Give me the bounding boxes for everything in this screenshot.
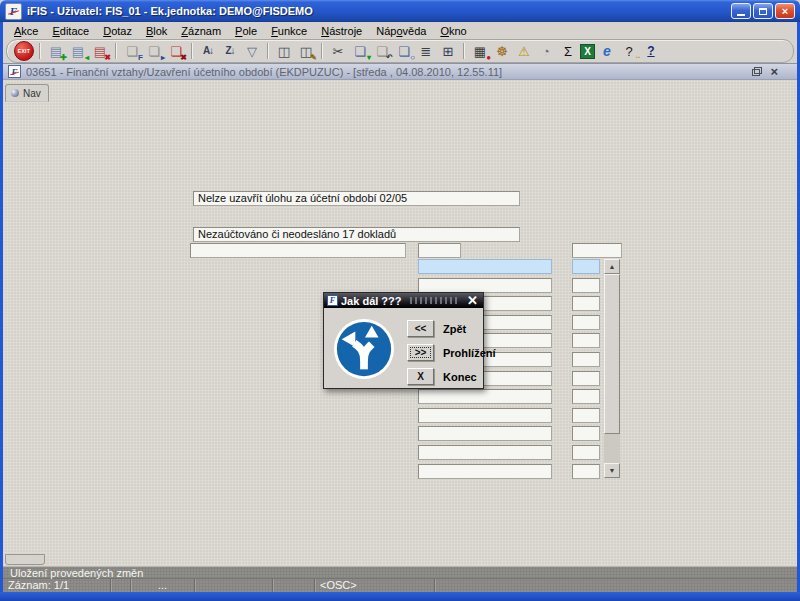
- grid-cell-main-row-8[interactable]: [418, 389, 552, 404]
- minimize-icon: [737, 14, 745, 16]
- menu-item-napoveda[interactable]: Nápověda: [369, 24, 433, 38]
- grid-cell-main-row-12[interactable]: [418, 464, 552, 479]
- grid-cell-main-row-9[interactable]: [418, 408, 552, 423]
- menu-item-funkce[interactable]: Funkce: [264, 24, 314, 38]
- delete-record-icon[interactable]: ▤✖: [90, 42, 110, 60]
- grid-cell-main-row-1[interactable]: [418, 259, 552, 274]
- toolbar-separator: [321, 43, 323, 59]
- header-field-middle[interactable]: [418, 243, 461, 258]
- sum-icon[interactable]: Σ: [558, 42, 578, 60]
- sort-desc-icon[interactable]: Z↓: [220, 42, 240, 60]
- app-window: F iFIS - Uživatel: FIS_01 - Ek.jednotka:…: [0, 0, 800, 601]
- grid-cell-flag-row-1[interactable]: [572, 259, 600, 274]
- menu-item-pole[interactable]: Pole: [228, 24, 264, 38]
- navigation-helm-icon[interactable]: ☸: [492, 42, 512, 60]
- grid-cell-flag-row-2[interactable]: [572, 278, 600, 293]
- paste-record-icon[interactable]: ❏↶: [372, 42, 392, 60]
- window-title: iFIS - Uživatel: FIS_01 - Ek.jednotka: D…: [27, 5, 313, 17]
- dialog-button-konec[interactable]: X: [407, 368, 434, 385]
- toolbar-separator: [191, 43, 193, 59]
- mdi-title-bar[interactable]: F 03651 - Finanční vztahy/Uzavření účetn…: [3, 63, 797, 80]
- osc-cell: <OSC>: [315, 579, 435, 592]
- grid-cell-flag-row-4[interactable]: [572, 315, 600, 330]
- maximize-button[interactable]: [753, 3, 773, 19]
- preview-icon-badge: ○: [410, 54, 415, 62]
- scroll-up-button[interactable]: ▲: [604, 259, 620, 274]
- close-button[interactable]: ×: [775, 3, 795, 19]
- preview-icon[interactable]: ❏○: [394, 42, 414, 60]
- print-setup-icon[interactable]: ◫✎: [296, 42, 316, 60]
- grid-cell-main-row-11[interactable]: [418, 445, 552, 460]
- context-help-icon[interactable]: ?∙∙: [619, 42, 639, 60]
- grid-scrollbar[interactable]: ▲ ▼: [604, 259, 620, 478]
- list-values-icon[interactable]: ≣: [416, 42, 436, 60]
- grid-cell-flag-row-9[interactable]: [572, 408, 600, 423]
- grid-cell-flag-row-8[interactable]: [572, 389, 600, 404]
- cut-icon[interactable]: ✂: [328, 42, 348, 60]
- save-record-icon[interactable]: ▤◂: [68, 42, 88, 60]
- menu-item-editace[interactable]: Editace: [45, 24, 96, 38]
- warning-icon[interactable]: ⚠: [514, 42, 534, 60]
- dialog-button-zpet[interactable]: <<: [407, 320, 434, 337]
- insert-record-icon-badge: ✚: [60, 54, 67, 62]
- header-field-right[interactable]: [572, 243, 622, 258]
- insert-record-icon[interactable]: ▤✚: [46, 42, 66, 60]
- execute-query-icon-badge: ▸: [161, 54, 165, 62]
- enter-query-icon[interactable]: ❏F: [122, 42, 142, 60]
- grid-cell-flag-row-5[interactable]: [572, 333, 600, 348]
- dialog-button-label-konec: Konec: [443, 371, 477, 383]
- grid-cell-flag-row-11[interactable]: [572, 445, 600, 460]
- scroll-down-button[interactable]: ▼: [604, 463, 620, 478]
- menu-item-nastroje[interactable]: Nástroje: [314, 24, 369, 38]
- menu-item-blok[interactable]: Blok: [139, 24, 174, 38]
- dialog-button-prohlizeni[interactable]: >>: [407, 344, 434, 361]
- copy-record-icon[interactable]: ❏▾: [350, 42, 370, 60]
- header-field-left[interactable]: [190, 243, 406, 258]
- paste-record-icon-badge: ↶: [386, 54, 393, 62]
- sort-asc-icon[interactable]: A↓: [198, 42, 218, 60]
- menu-item-akce[interactable]: Akce: [7, 24, 45, 38]
- browser-icon[interactable]: e: [597, 42, 617, 60]
- message-field-2: Nezaúčtováno či neodesláno 17 dokladů: [193, 227, 520, 242]
- menu-item-zaznam[interactable]: Záznam: [174, 24, 228, 38]
- nav-tab[interactable]: Nav: [5, 84, 49, 102]
- status-cells-bar: Záznam: 1/1...<OSC>: [3, 579, 797, 592]
- excel-export-icon[interactable]: X: [580, 44, 595, 59]
- dialog-title-bar[interactable]: F Jak dál ??? ✕: [324, 293, 483, 308]
- minimize-button[interactable]: [731, 3, 751, 19]
- print-setup-icon-badge: ✎: [310, 54, 317, 62]
- status-cell-5: [273, 579, 315, 592]
- exit-button[interactable]: EXIT: [14, 41, 34, 61]
- dialog-close-icon[interactable]: ✕: [465, 294, 480, 307]
- menu-item-dotaz[interactable]: Dotaz: [96, 24, 139, 38]
- mdi-close-icon[interactable]: ×: [770, 67, 778, 76]
- cancel-query-icon[interactable]: ❏✖: [166, 42, 186, 60]
- filter-icon[interactable]: ▽: [242, 42, 262, 60]
- tree-navigator-icon-glyph: ⊞: [443, 45, 454, 58]
- grid-cell-flag-row-10[interactable]: [572, 426, 600, 441]
- clock-icon[interactable]: ◔: [536, 42, 556, 60]
- help-icon[interactable]: ?: [641, 42, 661, 60]
- scrollbar-thumb[interactable]: [604, 274, 620, 434]
- help-icon-glyph: ?: [647, 45, 654, 57]
- dialog-button-row-konec: XKonec: [407, 368, 496, 385]
- execute-query-icon[interactable]: ❏▸: [144, 42, 164, 60]
- status-filler-cell: [435, 579, 797, 592]
- toolbar-icons: EXIT▤✚▤◂▤✖❏F❏▸❏✖A↓Z↓▽◫◫✎✂❏▾❏↶❏○≣⊞▦●☸⚠◔ΣX…: [6, 39, 794, 63]
- grid-cell-flag-row-7[interactable]: [572, 371, 600, 386]
- tree-navigator-icon[interactable]: ⊞: [438, 42, 458, 60]
- mdi-restore-icon[interactable]: [752, 67, 762, 76]
- jak-dal-dialog: F Jak dál ??? ✕ <<Zpět>>ProhlíženíXKonec: [323, 292, 484, 389]
- save-record-icon-glyph: ▤: [72, 45, 84, 58]
- menu-item-okno[interactable]: Okno: [433, 24, 473, 38]
- dialog-logo-icon: F: [327, 295, 338, 306]
- grid-cell-main-row-2[interactable]: [418, 278, 552, 293]
- grid-cell-flag-row-12[interactable]: [572, 464, 600, 479]
- journal-icon[interactable]: ▦●: [470, 42, 490, 60]
- grid-cell-main-row-10[interactable]: [418, 426, 552, 441]
- app-logo-icon: F: [5, 3, 22, 20]
- grid-cell-flag-row-6[interactable]: [572, 352, 600, 367]
- print-icon[interactable]: ◫: [274, 42, 294, 60]
- grid-cell-flag-row-3[interactable]: [572, 296, 600, 311]
- title-bar[interactable]: F iFIS - Uživatel: FIS_01 - Ek.jednotka:…: [0, 0, 800, 22]
